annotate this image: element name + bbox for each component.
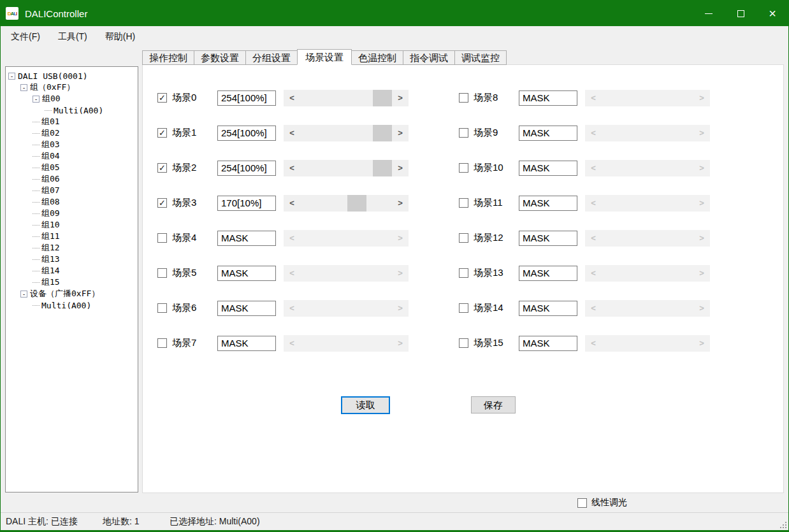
scene-14-value-input[interactable] xyxy=(519,301,577,316)
slider-left-arrow: < xyxy=(284,265,300,282)
maximize-button[interactable] xyxy=(725,1,756,26)
tree-item-7[interactable]: 组04 xyxy=(6,150,138,162)
scene-5-checkbox[interactable] xyxy=(157,268,167,278)
tree-item-2[interactable]: -组00 xyxy=(6,93,138,104)
tree-expander-icon[interactable]: - xyxy=(20,84,27,91)
tree-item-13[interactable]: 组10 xyxy=(6,219,138,231)
scene-row-4: 场景4<> xyxy=(157,229,409,247)
scene-8-checkbox[interactable] xyxy=(459,93,468,103)
tree-item-20[interactable]: Multi(A00) xyxy=(6,299,138,311)
tree-item-12[interactable]: 组09 xyxy=(6,208,138,219)
tab-color-temperature[interactable]: 色温控制 xyxy=(351,50,403,65)
tree-expander-icon[interactable]: - xyxy=(8,73,15,80)
scene-13-value-input[interactable] xyxy=(519,266,577,281)
scene-3-value-input[interactable] xyxy=(217,196,276,211)
slider-right-arrow[interactable]: > xyxy=(392,195,409,212)
tree-expander-icon[interactable]: - xyxy=(33,96,40,103)
tree-item-15[interactable]: 组12 xyxy=(6,242,138,254)
scene-15-value-input[interactable] xyxy=(519,336,577,351)
scene-1-checkbox[interactable]: ✓ xyxy=(157,128,167,138)
linear-dimming-checkbox[interactable] xyxy=(577,498,587,508)
scene-11-checkbox[interactable] xyxy=(459,198,468,208)
scene-6-checkbox[interactable] xyxy=(157,303,167,313)
slider-right-arrow[interactable]: > xyxy=(392,160,409,176)
slider-right-arrow[interactable]: > xyxy=(392,90,409,106)
scene-5-slider: <> xyxy=(284,265,409,282)
slider-left-arrow[interactable]: < xyxy=(284,160,300,176)
tree-item-16[interactable]: 组13 xyxy=(6,254,138,265)
slider-right-arrow: > xyxy=(693,230,710,247)
scene-2-value-input[interactable] xyxy=(217,161,276,176)
slider-thumb[interactable] xyxy=(347,195,366,212)
read-button[interactable]: 读取 xyxy=(341,396,390,414)
statusbar: DALI 主机: 已连接 地址数: 1 已选择地址: Multi(A00) xyxy=(1,512,788,530)
scene-11-value-input[interactable] xyxy=(519,196,577,211)
tab-operation-control[interactable]: 操作控制 xyxy=(142,50,194,65)
scene-6-value-input[interactable] xyxy=(217,301,276,316)
tab-command-debug[interactable]: 指令调试 xyxy=(403,50,455,65)
scene-1-value-input[interactable] xyxy=(217,126,276,141)
scene-5-value-input[interactable] xyxy=(217,266,276,281)
scene-0-checkbox[interactable]: ✓ xyxy=(157,93,167,103)
scene-9-checkbox[interactable] xyxy=(459,128,468,138)
tree-item-17[interactable]: 组14 xyxy=(6,265,138,277)
scene-3-checkbox[interactable]: ✓ xyxy=(157,198,167,208)
tab-debug-monitor[interactable]: 调试监控 xyxy=(454,50,507,65)
scene-15-checkbox[interactable] xyxy=(459,338,468,348)
slider-thumb[interactable] xyxy=(373,125,392,141)
scene-12-value-input[interactable] xyxy=(519,231,577,246)
scene-14-checkbox[interactable] xyxy=(459,303,468,313)
scene-1-label: 场景1 xyxy=(172,127,217,139)
tree-item-label: 组02 xyxy=(41,127,60,139)
minimize-button[interactable] xyxy=(693,1,725,26)
tree-item-11[interactable]: 组08 xyxy=(6,196,138,208)
tree-item-5[interactable]: 组02 xyxy=(6,127,138,139)
tree-item-10[interactable]: 组07 xyxy=(6,185,138,196)
menu-item-help[interactable]: 帮助(H) xyxy=(96,26,144,47)
scene-row-0: ✓场景0<> xyxy=(157,89,409,106)
scene-7-value-input[interactable] xyxy=(217,336,276,351)
menu-item-file[interactable]: 文件(F) xyxy=(2,26,49,47)
tree-item-18[interactable]: 组15 xyxy=(6,277,138,288)
tree-item-9[interactable]: 组06 xyxy=(6,173,138,185)
slider-thumb[interactable] xyxy=(373,160,392,176)
scene-10-checkbox[interactable] xyxy=(459,163,468,173)
scene-0-slider[interactable]: <> xyxy=(284,90,409,106)
slider-left-arrow[interactable]: < xyxy=(284,90,300,106)
tree-expander-icon[interactable]: - xyxy=(20,291,27,298)
scene-9-value-input[interactable] xyxy=(519,126,577,141)
scene-row-15: 场景15<> xyxy=(459,334,710,352)
tab-group-settings[interactable]: 分组设置 xyxy=(245,50,298,65)
save-button[interactable]: 保存 xyxy=(471,396,516,413)
menu-item-tools[interactable]: 工具(T) xyxy=(49,26,96,47)
tree-item-1[interactable]: -组（0xFF） xyxy=(6,82,138,93)
tree-item-19[interactable]: -设备（广播0xFF） xyxy=(6,288,138,299)
slider-left-arrow[interactable]: < xyxy=(284,195,300,212)
scene-10-value-input[interactable] xyxy=(519,161,577,176)
tab-scene-settings[interactable]: 场景设置 xyxy=(297,49,352,65)
tree-item-4[interactable]: 组01 xyxy=(6,116,138,127)
tree-item-8[interactable]: 组05 xyxy=(6,162,138,173)
scene-7-checkbox[interactable] xyxy=(157,338,167,348)
tab-parameter-settings[interactable]: 参数设置 xyxy=(194,50,246,65)
close-button[interactable]: × xyxy=(756,1,788,26)
slider-right-arrow[interactable]: > xyxy=(392,125,409,141)
tree-item-6[interactable]: 组03 xyxy=(6,139,138,150)
resize-grip[interactable] xyxy=(779,521,786,528)
scene-1-slider[interactable]: <> xyxy=(284,125,409,141)
tree-item-14[interactable]: 组11 xyxy=(6,231,138,242)
slider-thumb[interactable] xyxy=(373,90,392,106)
tree-item-3[interactable]: Multi(A00) xyxy=(6,104,138,116)
scene-9-label: 场景9 xyxy=(474,127,519,139)
scene-13-checkbox[interactable] xyxy=(459,268,468,278)
scene-0-value-input[interactable] xyxy=(217,90,276,106)
scene-2-checkbox[interactable]: ✓ xyxy=(157,163,167,173)
slider-left-arrow[interactable]: < xyxy=(284,125,300,141)
scene-8-value-input[interactable] xyxy=(519,90,577,106)
tree-item-0[interactable]: -DALI USB(0001) xyxy=(6,70,138,82)
scene-4-checkbox[interactable] xyxy=(157,233,167,243)
scene-4-value-input[interactable] xyxy=(217,231,276,246)
scene-12-checkbox[interactable] xyxy=(459,233,468,243)
scene-2-slider[interactable]: <> xyxy=(284,160,409,176)
scene-3-slider[interactable]: <> xyxy=(284,195,409,212)
